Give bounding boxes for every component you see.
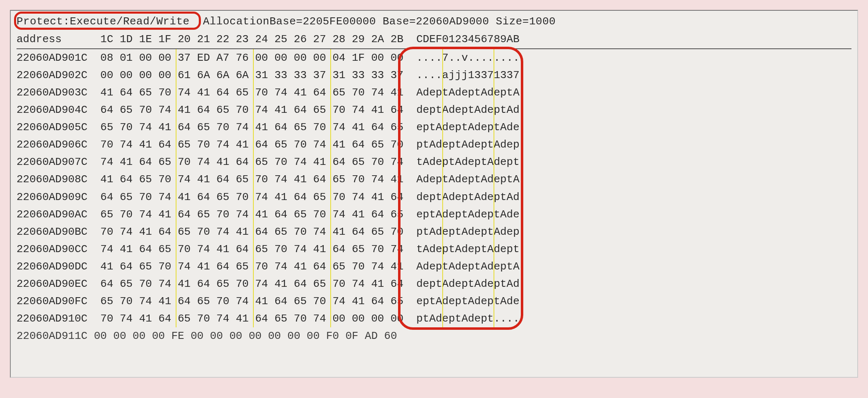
ascii-cell[interactable]: tAdeptAdeptAdept [410, 241, 520, 258]
hex-byte-cell[interactable]: 65 [313, 275, 333, 293]
hex-byte-cell[interactable]: 74 [178, 258, 197, 275]
hex-row[interactable]: 22060AD90BC70744164657074416465707441646… [17, 223, 851, 241]
hex-byte-cell[interactable]: 00 [391, 49, 410, 67]
hex-byte-cell[interactable]: 41 [294, 258, 313, 275]
hex-byte-cell[interactable]: 41 [139, 223, 158, 241]
hex-byte-cell[interactable]: 74 [371, 171, 391, 188]
hex-byte-cell[interactable]: 65 [197, 293, 217, 310]
hex-byte-cell[interactable]: ED [197, 49, 217, 67]
hex-byte-cell[interactable]: 65 [197, 119, 217, 136]
hex-byte-cell[interactable]: 64 [332, 241, 352, 258]
hex-byte-cell[interactable]: 64 [352, 223, 371, 241]
hex-byte-cell[interactable]: 00 [139, 67, 158, 84]
hex-byte-cell[interactable]: 41 [352, 206, 371, 223]
hex-byte-cell[interactable]: 74 [352, 188, 371, 206]
hex-byte-cell[interactable]: 41 [197, 258, 217, 275]
ascii-cell[interactable]: ptAdeptAdept.... [410, 310, 520, 327]
hex-byte-cell[interactable]: 41 [158, 293, 178, 310]
ascii-cell[interactable]: ....ajjj13371337 [410, 67, 520, 84]
hex-byte-cell[interactable]: 64 [255, 310, 274, 327]
ascii-cell[interactable]: tAdeptAdeptAdept [410, 153, 520, 171]
hex-byte-cell[interactable]: 74 [294, 153, 313, 171]
hex-byte-cell[interactable]: 74 [139, 293, 158, 310]
hex-byte-cell[interactable]: 74 [332, 206, 352, 223]
hex-byte-cell[interactable]: 41 [255, 293, 274, 310]
hex-byte-cell[interactable]: 65 [178, 310, 197, 327]
hex-byte-cell[interactable]: 00 [158, 49, 178, 67]
hex-byte-cell[interactable]: 70 [255, 171, 274, 188]
hex-byte-cell[interactable]: 41 [391, 258, 410, 275]
hex-byte-cell[interactable]: 41 [139, 136, 158, 153]
hex-byte-cell[interactable]: 41 [178, 275, 197, 293]
hex-byte-cell[interactable]: 41 [371, 188, 391, 206]
hex-byte-cell[interactable]: 65 [332, 258, 352, 275]
hex-byte-cell[interactable]: 64 [139, 241, 158, 258]
hex-byte-cell[interactable]: 74 [158, 101, 178, 119]
hex-row[interactable]: 22060AD906C70744164657074416465707441646… [17, 136, 851, 153]
hex-byte-cell[interactable]: 70 [139, 188, 158, 206]
hex-byte-cell[interactable]: 41 [313, 153, 333, 171]
ascii-cell[interactable]: AdeptAdeptAdeptA [410, 171, 520, 188]
hex-byte-cell[interactable]: 64 [274, 206, 294, 223]
hex-byte-cell[interactable]: 70 [217, 206, 236, 223]
hex-row[interactable]: 22060AD905C65707441646570744164657074416… [17, 119, 851, 136]
hex-byte-cell[interactable]: 64 [217, 171, 236, 188]
hex-row[interactable]: 22060AD908C41646570744164657074416465707… [17, 171, 851, 188]
hex-byte-cell[interactable]: 70 [371, 153, 391, 171]
hex-byte-cell[interactable]: 74 [313, 136, 333, 153]
hex-byte-cell[interactable]: 70 [294, 223, 313, 241]
hex-byte-cell[interactable]: 74 [255, 275, 274, 293]
hex-byte-cell[interactable]: 74 [100, 153, 120, 171]
hex-byte-cell[interactable]: 41 [371, 275, 391, 293]
hex-byte-cell[interactable]: 41 [332, 136, 352, 153]
hex-byte-cell[interactable]: 65 [120, 275, 139, 293]
hex-byte-cell[interactable]: 64 [197, 275, 217, 293]
hex-byte-cell[interactable]: 74 [139, 206, 158, 223]
hex-byte-cell[interactable]: 74 [294, 241, 313, 258]
ascii-cell[interactable]: eptAdeptAdeptAde [410, 206, 520, 223]
hex-byte-cell[interactable]: 74 [120, 223, 139, 241]
hex-byte-cell[interactable]: 74 [371, 258, 391, 275]
hex-byte-cell[interactable]: 74 [391, 153, 410, 171]
hex-byte-cell[interactable]: 41 [391, 171, 410, 188]
hex-byte-cell[interactable]: 41 [120, 153, 139, 171]
hex-byte-cell[interactable]: 64 [100, 275, 120, 293]
hex-byte-cell[interactable]: 65 [217, 188, 236, 206]
hex-byte-cell[interactable]: 70 [294, 136, 313, 153]
hex-byte-cell[interactable]: 41 [178, 101, 197, 119]
hex-byte-cell[interactable]: 00 [120, 67, 139, 84]
hex-byte-cell[interactable]: 41 [352, 293, 371, 310]
hex-byte-cell[interactable]: 70 [197, 136, 217, 153]
hex-byte-cell[interactable]: 70 [352, 84, 371, 101]
hex-byte-cell[interactable]: 41 [352, 119, 371, 136]
hex-byte-cell[interactable]: 64 [294, 188, 313, 206]
hex-byte-cell[interactable]: 64 [217, 84, 236, 101]
hex-row[interactable]: 22060AD903C41646570744164657074416465707… [17, 84, 851, 101]
hex-byte-cell[interactable]: 70 [313, 119, 333, 136]
hex-byte-cell[interactable]: 65 [120, 188, 139, 206]
hex-byte-cell[interactable]: 33 [352, 67, 371, 84]
hex-byte-cell[interactable]: 74 [274, 258, 294, 275]
hex-byte-cell[interactable]: 41 [274, 101, 294, 119]
hex-byte-cell[interactable]: 41 [120, 241, 139, 258]
hex-byte-cell[interactable]: 41 [100, 258, 120, 275]
hex-byte-cell[interactable]: 64 [274, 119, 294, 136]
hex-byte-cell[interactable]: 65 [139, 171, 158, 188]
hex-byte-cell[interactable]: 65 [139, 84, 158, 101]
hex-byte-cell[interactable]: 70 [352, 171, 371, 188]
hex-byte-cell[interactable]: 76 [236, 49, 255, 67]
hex-byte-cell[interactable]: 41 [236, 136, 255, 153]
hex-byte-cell[interactable]: 64 [391, 101, 410, 119]
hex-byte-cell[interactable]: 65 [352, 153, 371, 171]
hex-byte-cell[interactable]: 70 [139, 275, 158, 293]
hex-row[interactable]: 22060AD910C70744164657074416465707400000… [17, 310, 851, 327]
hex-byte-cell[interactable]: 74 [391, 241, 410, 258]
hex-byte-cell[interactable]: 74 [236, 293, 255, 310]
hex-byte-cell[interactable]: 41 [332, 223, 352, 241]
hex-byte-cell[interactable]: 61 [178, 67, 197, 84]
hex-byte-cell[interactable]: 70 [197, 223, 217, 241]
hex-byte-cell[interactable]: 6A [197, 67, 217, 84]
hex-byte-cell[interactable]: 64 [391, 275, 410, 293]
hex-byte-cell[interactable]: 74 [158, 275, 178, 293]
hex-byte-cell[interactable]: 74 [197, 241, 217, 258]
